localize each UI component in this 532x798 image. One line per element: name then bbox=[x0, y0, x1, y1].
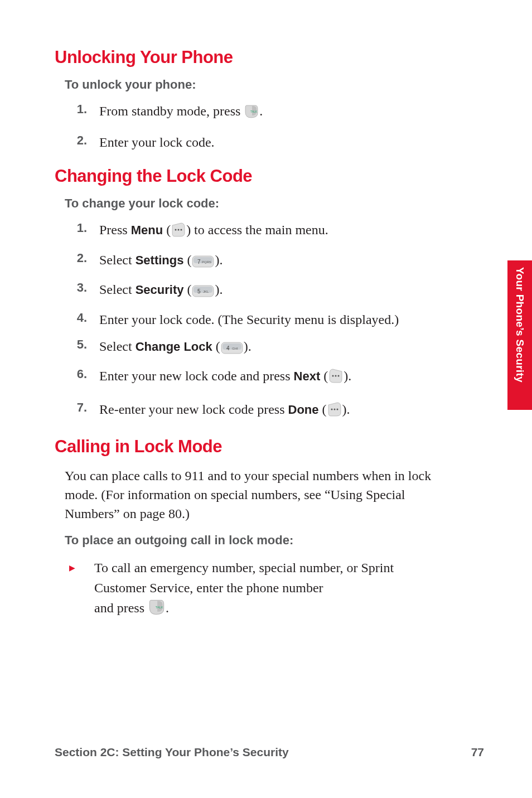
step-number: 4. bbox=[75, 311, 87, 325]
softkey-right-icon bbox=[328, 368, 343, 389]
step-number: 3. bbox=[75, 280, 87, 295]
svg-point-16 bbox=[332, 375, 334, 377]
svg-text:GHI: GHI bbox=[232, 347, 238, 350]
step-item: 6. Enter your new lock code and press Ne… bbox=[55, 367, 484, 389]
step-text: Select Change Lock (4GHI). bbox=[99, 337, 484, 360]
page-footer: Section 2C: Setting Your Phone’s Securit… bbox=[55, 746, 484, 759]
step-number: 6. bbox=[75, 367, 87, 381]
svg-text:4: 4 bbox=[226, 345, 230, 351]
step-item: 5. Select Change Lock (4GHI). bbox=[55, 337, 484, 360]
svg-text:TALK: TALK bbox=[156, 606, 163, 609]
key-5-icon: 5JKL bbox=[192, 284, 214, 303]
step-number: 2. bbox=[75, 251, 87, 265]
step-text: From standby mode, press TALK. bbox=[99, 102, 484, 124]
svg-text:JKL: JKL bbox=[203, 290, 209, 293]
step-text: Re-enter your new lock code press Done (… bbox=[99, 400, 484, 423]
svg-point-17 bbox=[335, 375, 337, 377]
side-tab: Your Phone’s Security bbox=[507, 260, 532, 410]
step-item: 3. Select Security (5JKL). bbox=[55, 280, 484, 303]
svg-point-19 bbox=[331, 408, 332, 410]
page-number: 77 bbox=[471, 746, 484, 759]
svg-point-20 bbox=[333, 408, 335, 410]
arrow-icon: ▶ bbox=[69, 563, 75, 573]
key-4-icon: 4GHI bbox=[221, 341, 243, 360]
step-item: 7. Re-enter your new lock code press Don… bbox=[55, 400, 484, 423]
step-text: Enter your new lock code and press Next … bbox=[99, 367, 484, 389]
talk-key-icon: TALK bbox=[244, 104, 259, 124]
svg-text:TALK: TALK bbox=[250, 110, 258, 113]
svg-text:PQRS: PQRS bbox=[202, 260, 211, 264]
footer-section-label: Section 2C: Setting Your Phone’s Securit… bbox=[55, 746, 289, 759]
side-tab-label: Your Phone’s Security bbox=[514, 267, 526, 383]
bullet-text: To call an emergency number, special num… bbox=[94, 558, 438, 621]
heading-calling-lock: Calling in Lock Mode bbox=[55, 437, 484, 457]
subheading-outgoing: To place an outgoing call in lock mode: bbox=[65, 533, 484, 548]
step-item: 1. Press Menu () to access the main menu… bbox=[55, 221, 484, 243]
heading-unlocking: Unlocking Your Phone bbox=[55, 47, 484, 67]
svg-point-3 bbox=[181, 229, 182, 231]
subheading-unlock: To unlock your phone: bbox=[65, 78, 484, 92]
svg-point-1 bbox=[175, 229, 177, 231]
step-text: Select Security (5JKL). bbox=[99, 280, 484, 303]
svg-text:5: 5 bbox=[197, 288, 201, 294]
talk-key-icon: TALK bbox=[148, 599, 165, 621]
svg-point-18 bbox=[338, 375, 340, 377]
step-number: 1. bbox=[75, 221, 87, 235]
step-number: 2. bbox=[75, 133, 87, 148]
step-item: 2. Enter your lock code. bbox=[55, 133, 484, 152]
step-item: 4. Enter your lock code. (The Security m… bbox=[55, 311, 484, 330]
step-number: 5. bbox=[75, 337, 87, 352]
softkey-left-icon bbox=[327, 402, 342, 423]
svg-text:7: 7 bbox=[197, 259, 201, 265]
heading-changing-lock: Changing the Lock Code bbox=[55, 166, 484, 186]
svg-point-21 bbox=[336, 408, 338, 410]
step-text: Press Menu () to access the main menu. bbox=[99, 221, 484, 243]
step-text: Select Settings (7PQRS). bbox=[99, 251, 484, 273]
body-paragraph: You can place calls to 911 and to your s… bbox=[65, 467, 438, 523]
step-item: 2. Select Settings (7PQRS). bbox=[55, 251, 484, 273]
bullet-item: ▶ To call an emergency number, special n… bbox=[69, 558, 438, 621]
step-text: Enter your lock code. bbox=[99, 133, 484, 152]
subheading-change-lock: To change your lock code: bbox=[65, 196, 484, 211]
key-7-icon: 7PQRS bbox=[192, 254, 214, 273]
step-number: 7. bbox=[75, 400, 87, 415]
softkey-left-icon bbox=[171, 222, 186, 243]
step-item: 1. From standby mode, press TALK. bbox=[55, 102, 484, 124]
svg-point-2 bbox=[178, 229, 180, 231]
step-number: 1. bbox=[75, 102, 87, 117]
step-text: Enter your lock code. (The Security menu… bbox=[99, 311, 484, 330]
